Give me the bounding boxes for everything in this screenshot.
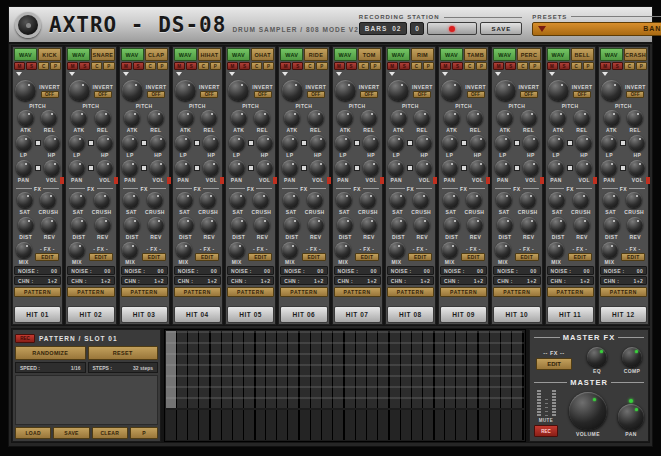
sequencer-step[interactable] <box>256 331 267 408</box>
noise-setting[interactable]: NOISE : 00 <box>440 266 487 275</box>
crush-knob[interactable] <box>147 192 163 208</box>
pan-knob[interactable] <box>335 160 351 176</box>
paste-button[interactable]: P <box>103 62 114 70</box>
highpass-knob[interactable] <box>257 135 273 151</box>
invert-toggle[interactable]: OFF <box>254 91 272 98</box>
master-rec-button[interactable]: REC <box>534 425 558 437</box>
paste-button[interactable]: P <box>476 62 487 70</box>
fx-edit-button[interactable]: EDIT <box>89 253 113 261</box>
copy-button[interactable]: C <box>517 62 528 70</box>
solo-button[interactable]: S <box>79 62 90 70</box>
invert-toggle[interactable]: OFF <box>41 91 59 98</box>
mute-button[interactable]: M <box>67 62 78 70</box>
noise-setting[interactable]: NOISE : 00 <box>493 266 540 275</box>
mix-knob[interactable] <box>176 242 192 258</box>
sample-dropdown[interactable] <box>121 70 168 78</box>
attack-knob[interactable] <box>444 110 460 126</box>
sequencer-step[interactable] <box>333 410 345 440</box>
sequencer-step[interactable] <box>300 410 311 440</box>
sequencer-step[interactable] <box>456 410 467 440</box>
hit-pad-button[interactable]: HIT 12 <box>600 306 647 323</box>
sequencer-step[interactable] <box>222 410 233 440</box>
reverb-knob[interactable] <box>414 217 430 233</box>
pan-knob[interactable] <box>175 160 191 176</box>
sequencer-step[interactable] <box>199 410 211 440</box>
fx-edit-button[interactable]: EDIT <box>461 253 485 261</box>
saturation-knob[interactable] <box>443 192 459 208</box>
noise-setting[interactable]: NOISE : 00 <box>280 266 327 275</box>
solo-button[interactable]: S <box>133 62 144 70</box>
noise-setting[interactable]: NOISE : 00 <box>387 266 434 275</box>
reset-button[interactable]: RESET <box>88 346 159 360</box>
sequencer-step[interactable] <box>390 410 401 440</box>
clear-pattern-button[interactable]: CLEAR <box>92 427 128 439</box>
attack-knob[interactable] <box>284 110 300 126</box>
hit-pad-button[interactable]: HIT 01 <box>14 306 61 323</box>
hit-pad-button[interactable]: HIT 02 <box>67 306 114 323</box>
sequencer-step[interactable] <box>378 331 390 408</box>
pattern-button[interactable]: PATTERN <box>121 287 168 297</box>
copy-button[interactable]: C <box>38 62 49 70</box>
master-volume-knob[interactable] <box>569 392 607 430</box>
eq-knob[interactable] <box>587 347 607 367</box>
sequencer-step[interactable] <box>166 331 177 408</box>
lowpass-knob[interactable] <box>495 135 511 151</box>
copy-button[interactable]: C <box>304 62 315 70</box>
panvol-link-toggle[interactable] <box>461 165 467 171</box>
sequencer-step[interactable] <box>211 410 222 440</box>
mix-knob[interactable] <box>122 242 138 258</box>
invert-toggle[interactable]: OFF <box>467 91 485 98</box>
save-pattern-button[interactable]: SAVE <box>53 427 89 439</box>
sample-dropdown[interactable] <box>440 70 487 78</box>
copy-button[interactable]: C <box>251 62 262 70</box>
wav-select-button[interactable]: WAV <box>174 48 197 61</box>
saturation-knob[interactable] <box>283 192 299 208</box>
pattern-rec-button[interactable]: REC <box>15 334 35 343</box>
hit-pad-button[interactable]: HIT 11 <box>547 306 594 323</box>
sequencer-step[interactable] <box>333 331 345 408</box>
saturation-knob[interactable] <box>177 192 193 208</box>
paste-button[interactable]: P <box>529 62 540 70</box>
sequencer-step[interactable] <box>322 410 333 440</box>
invert-toggle[interactable]: OFF <box>200 91 218 98</box>
mute-button[interactable]: M <box>440 62 451 70</box>
panvol-link-toggle[interactable] <box>194 165 200 171</box>
sequencer-step[interactable] <box>311 410 322 440</box>
steps-setting[interactable]: STEPS : 32 steps <box>88 362 159 373</box>
reverb-knob[interactable] <box>361 217 377 233</box>
sample-dropdown[interactable] <box>493 70 540 78</box>
noise-setting[interactable]: NOISE : 00 <box>67 266 114 275</box>
reverb-knob[interactable] <box>41 217 57 233</box>
invert-toggle[interactable]: OFF <box>520 91 538 98</box>
sequencer-step[interactable] <box>467 331 479 408</box>
sequencer-step[interactable] <box>188 410 199 440</box>
fx-edit-button[interactable]: EDIT <box>248 253 272 261</box>
master-fx-edit-button[interactable]: EDIT <box>536 358 572 370</box>
highpass-knob[interactable] <box>363 135 379 151</box>
volume-knob[interactable] <box>203 160 219 176</box>
paste-button[interactable]: P <box>583 62 594 70</box>
distortion-knob[interactable] <box>124 217 140 233</box>
pitch-knob[interactable] <box>441 80 462 101</box>
sequencer-step[interactable] <box>300 331 311 408</box>
pan-knob[interactable] <box>122 160 138 176</box>
load-pattern-button[interactable]: LOAD <box>15 427 51 439</box>
invert-toggle[interactable]: OFF <box>94 91 112 98</box>
mix-knob[interactable] <box>16 242 32 258</box>
mute-button[interactable]: M <box>174 62 185 70</box>
sequencer-step[interactable] <box>244 410 256 440</box>
distortion-knob[interactable] <box>284 217 300 233</box>
fx-edit-button[interactable]: EDIT <box>302 253 326 261</box>
sequencer-step[interactable] <box>244 331 256 408</box>
invert-toggle[interactable]: OFF <box>413 91 431 98</box>
noise-setting[interactable]: NOISE : 00 <box>334 266 381 275</box>
pan-knob[interactable] <box>495 160 511 176</box>
crush-knob[interactable] <box>520 192 536 208</box>
sequencer-step[interactable] <box>277 410 288 440</box>
crush-knob[interactable] <box>466 192 482 208</box>
mix-knob[interactable] <box>548 242 564 258</box>
hit-pad-button[interactable]: HIT 05 <box>227 306 274 323</box>
wav-select-button[interactable]: WAV <box>227 48 250 61</box>
copy-button[interactable]: C <box>145 62 156 70</box>
hit-pad-button[interactable]: HIT 06 <box>280 306 327 323</box>
